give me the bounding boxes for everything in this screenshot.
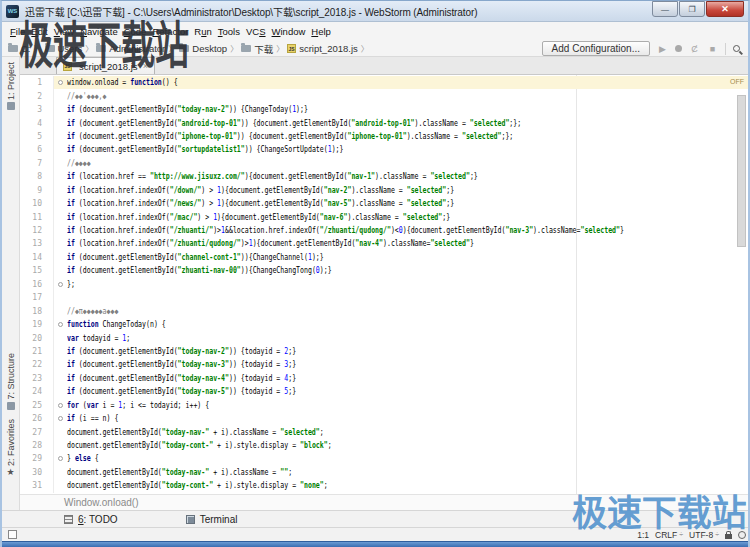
code-line-10[interactable]: 10if (location.href.indexOf("/news/") > … (20, 197, 748, 210)
code-line-23[interactable]: 23if (document.getElementById("today-nav… (20, 372, 748, 385)
fold-column[interactable] (54, 80, 67, 85)
tab-script-2018-js[interactable]: JS script_2018.js × (56, 57, 155, 74)
code-editor[interactable]: 1window.onload = function() {2//◆◆'◆◆◆,◆… (20, 75, 748, 494)
line-number: 19 (20, 320, 42, 329)
breadcrumbs: C:〉Users〉Administrator〉Desktop〉下载〉JSscri… (8, 42, 372, 56)
line-number: 23 (20, 374, 42, 383)
fold-marker-icon[interactable] (58, 322, 63, 327)
fold-column[interactable] (54, 416, 67, 421)
terminal-toolwindow-button[interactable]: Terminal (186, 514, 238, 525)
code-line-27[interactable]: 27document.getElementById("today-nav-" +… (20, 425, 748, 438)
code-line-21[interactable]: 21if (document.getElementById("today-nav… (20, 345, 748, 358)
code-line-5[interactable]: 5if (document.getElementById("iphone-top… (20, 130, 748, 143)
coverage-icon[interactable]: Ȼ (689, 44, 700, 54)
code-line-8[interactable]: 8if (location.href == "http://www.jisuxz… (20, 170, 748, 183)
caret-position[interactable]: 1:1 (637, 530, 649, 540)
code-line-3[interactable]: 3if (document.getElementById("today-nav-… (20, 103, 748, 116)
menu-code[interactable]: Code (121, 24, 150, 39)
code-line-11[interactable]: 11if (location.href.indexOf("/mac/") > 1… (20, 210, 748, 223)
folder-icon (179, 45, 189, 52)
code-line-7[interactable]: 7//◆◆◆◆ (20, 157, 748, 170)
fold-marker-icon[interactable] (58, 282, 63, 287)
code-line-13[interactable]: 13if (location.href.indexOf("/zhuanti/qu… (20, 237, 748, 250)
code-line-1[interactable]: 1window.onload = function() { (20, 76, 748, 89)
breadcrumb-[interactable]: 下载 (241, 42, 273, 56)
fold-marker-icon[interactable] (58, 456, 63, 461)
code-line-29[interactable]: 29} else { (20, 452, 748, 465)
menu-vcs[interactable]: VCS (243, 24, 269, 39)
line-number: 3 (20, 105, 42, 114)
close-button[interactable]: ✕ (706, 1, 744, 17)
code-line-28[interactable]: 28document.getElementById("today-cont-" … (20, 439, 748, 452)
menu-help[interactable]: Help (308, 24, 334, 39)
editor-scrollbar[interactable] (737, 95, 746, 247)
code-line-31[interactable]: 31document.getElementById("today-cont-" … (20, 479, 748, 492)
code-line-9[interactable]: 9if (location.href.indexOf("/down/") > 1… (20, 184, 748, 197)
code-text: for (var i = 1; i <= todayid; i++) { (67, 401, 625, 410)
chevron-icon: 〉 (230, 43, 238, 54)
code-line-19[interactable]: 19function ChangeToday(n) { (20, 318, 748, 331)
code-line-25[interactable]: 25for (var i = 1; i <= todayid; i++) { (20, 399, 748, 412)
code-line-22[interactable]: 22if (document.getElementById("today-nav… (20, 358, 748, 371)
code-text: if (location.href == "http://www.jisuxz.… (67, 172, 625, 181)
menu-run[interactable]: Run (191, 24, 214, 39)
line-number: 1 (20, 78, 42, 87)
breadcrumb-c[interactable]: C: (8, 43, 31, 54)
toolwindow-toggle-icon[interactable] (8, 530, 17, 539)
menu-view[interactable]: View (51, 24, 77, 39)
file-encoding[interactable]: UTF-8÷ (689, 530, 719, 540)
code-line-26[interactable]: 26if (i == n) { (20, 412, 748, 425)
fold-marker-icon[interactable] (58, 403, 63, 408)
code-line-4[interactable]: 4if (document.getElementById("android-to… (20, 116, 748, 129)
menu-edit[interactable]: Edit (28, 24, 50, 39)
sidebar-item-project[interactable]: 1: Project (2, 62, 20, 110)
sidebar-item-structure[interactable]: 7: Structure (2, 353, 20, 410)
code-line-14[interactable]: 14if (document.getElementById("channel-c… (20, 251, 748, 264)
code-line-12[interactable]: 12if (location.href.indexOf("/zhuanti/")… (20, 224, 748, 237)
menu-tools[interactable]: Tools (215, 24, 243, 39)
breadcrumb-users[interactable]: Users (45, 43, 83, 54)
breadcrumb-script2018js[interactable]: JSscript_2018.js (287, 43, 358, 54)
breadcrumb-desktop[interactable]: Desktop (179, 43, 227, 54)
editor-breadcrumb[interactable]: Window.onload() (20, 494, 748, 510)
code-line-18[interactable]: 18//◆π◆◆◆◆◆a◆◆◆ (20, 304, 748, 317)
fold-marker-icon[interactable] (58, 80, 63, 85)
tab-close-icon[interactable]: × (143, 61, 148, 71)
code-line-16[interactable]: 16}; (20, 278, 748, 291)
code-line-30[interactable]: 30document.getElementById("today-nav-" +… (20, 466, 748, 479)
fold-column[interactable] (54, 282, 67, 287)
hector-inspector-icon[interactable] (738, 531, 746, 539)
fold-column[interactable] (54, 322, 67, 327)
menu-file[interactable]: File (7, 24, 28, 39)
fold-marker-icon[interactable] (58, 416, 63, 421)
fold-column[interactable] (54, 403, 67, 408)
code-line-15[interactable]: 15if (document.getElementById("zhuanti-n… (20, 264, 748, 277)
lock-icon[interactable] (725, 534, 732, 539)
breadcrumb-administrator[interactable]: Administrator (96, 43, 165, 54)
sidebar-item-favorites[interactable]: 2: Favorites ★ (2, 419, 20, 477)
run-icon[interactable]: ▶ (657, 44, 668, 54)
fold-column[interactable] (54, 456, 67, 461)
debug-icon[interactable] (675, 45, 682, 52)
todo-toolwindow-button[interactable]: 6: TODO (64, 514, 118, 525)
code-text: document.getElementById("today-cont-" + … (67, 441, 625, 450)
todo-icon (64, 515, 73, 524)
menu-navigate[interactable]: Navigate (77, 24, 121, 39)
code-line-24[interactable]: 24if (document.getElementById("today-nav… (20, 385, 748, 398)
search-icon[interactable] (733, 45, 740, 52)
menu-window[interactable]: Window (269, 24, 309, 39)
maximize-button[interactable]: ❐ (679, 1, 705, 17)
line-number: 29 (20, 454, 42, 463)
todo-label: 6: TODO (78, 514, 118, 525)
menu-refactor[interactable]: Refactor (149, 24, 191, 39)
code-line-2[interactable]: 2//◆◆'◆◆◆,◆ (20, 89, 748, 102)
code-line-6[interactable]: 6if (document.getElementById("sortupdate… (20, 143, 748, 156)
minimize-button[interactable]: — (652, 1, 678, 17)
code-line-20[interactable]: 20var todayid = 1; (20, 331, 748, 344)
line-number: 10 (20, 199, 42, 208)
stop-icon[interactable]: ■ (707, 44, 718, 54)
add-configuration-button[interactable]: Add Configuration... (542, 41, 650, 56)
line-separator[interactable]: CRLF÷ (655, 530, 683, 540)
code-line-17[interactable]: 17 (20, 291, 748, 304)
title-bar[interactable]: WS 迅雷下载 [C:\迅雷下载] - C:\Users\Administrat… (2, 1, 748, 22)
